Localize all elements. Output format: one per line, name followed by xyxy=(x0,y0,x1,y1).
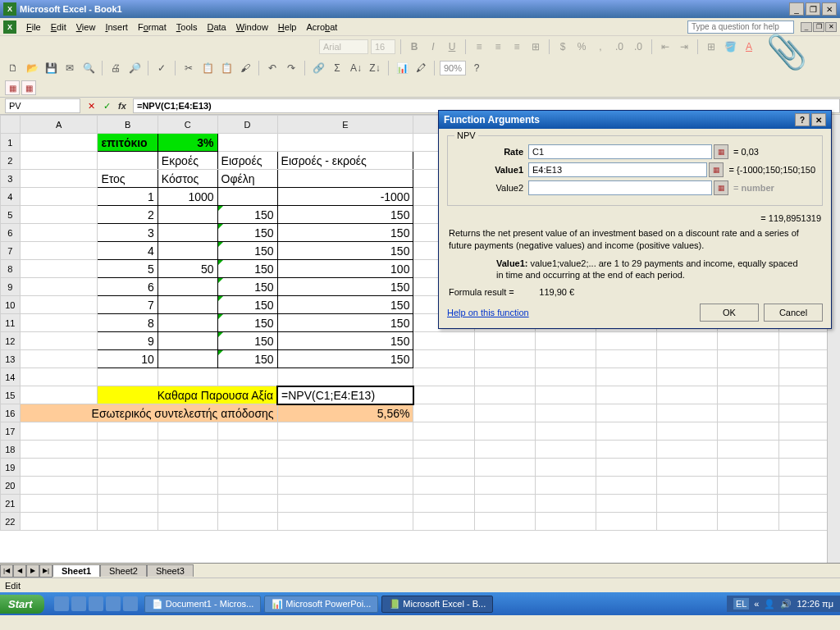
row-header[interactable]: 22 xyxy=(1,513,21,531)
help-button[interactable]: ? xyxy=(468,60,485,76)
menu-tools[interactable]: Tools xyxy=(171,21,203,34)
dialog-help-button[interactable]: ? xyxy=(795,113,810,126)
drawing-button[interactable]: 🖍 xyxy=(413,60,429,76)
mdi-close-button[interactable]: ✕ xyxy=(825,22,837,32)
new-button[interactable]: 🗋 xyxy=(5,60,21,76)
value2-input[interactable] xyxy=(528,180,712,195)
currency-button[interactable]: $ xyxy=(555,39,571,55)
row-header[interactable]: 11 xyxy=(1,314,21,332)
menu-file[interactable]: File xyxy=(21,21,46,34)
row-header[interactable]: 12 xyxy=(1,332,21,350)
percent-button[interactable]: % xyxy=(573,39,590,55)
tab-nav-first[interactable]: |◀ xyxy=(0,564,13,578)
row-header[interactable]: 5 xyxy=(1,206,21,224)
font-combo[interactable]: Arial xyxy=(319,39,368,54)
row-header[interactable]: 17 xyxy=(1,422,21,441)
row-header[interactable]: 6 xyxy=(1,224,21,242)
cell[interactable]: επιτόκιο xyxy=(98,134,158,152)
cell[interactable] xyxy=(217,134,277,152)
row-header[interactable]: 19 xyxy=(1,459,21,477)
row-header[interactable]: 16 xyxy=(1,404,21,422)
system-tray[interactable]: EL « 👤 🔊 12:26 πμ xyxy=(727,596,840,612)
font-color-button[interactable]: A xyxy=(741,39,757,55)
cell[interactable]: -1000 xyxy=(277,188,413,206)
col-header-e[interactable]: E xyxy=(277,116,413,134)
tab-nav-next[interactable]: ▶ xyxy=(26,564,39,578)
cancel-formula-button[interactable]: ✕ xyxy=(84,98,98,113)
row-header[interactable]: 4 xyxy=(1,188,21,206)
enter-formula-button[interactable]: ✓ xyxy=(99,98,114,113)
col-header-a[interactable]: A xyxy=(20,116,98,134)
open-button[interactable]: 📂 xyxy=(24,60,40,76)
underline-button[interactable]: U xyxy=(444,39,460,55)
tab-nav-last[interactable]: ▶| xyxy=(39,564,52,578)
comma-button[interactable]: , xyxy=(592,39,609,55)
taskbar-button[interactable]: 📊 Microsoft PowerPoi... xyxy=(264,596,378,613)
menu-acrobat[interactable]: Acrobat xyxy=(301,21,342,34)
menu-view[interactable]: View xyxy=(71,21,101,34)
bold-button[interactable]: B xyxy=(406,39,422,55)
row-header[interactable]: 13 xyxy=(1,350,21,368)
sheet-tab[interactable]: Sheet1 xyxy=(52,564,100,577)
cell[interactable]: Καθαρα Παρουσα Αξία xyxy=(98,386,277,404)
row-header[interactable]: 3 xyxy=(1,170,21,188)
menu-data[interactable]: Data xyxy=(202,21,231,34)
start-button[interactable]: Start xyxy=(0,595,44,614)
cell[interactable]: 5,56% xyxy=(277,404,413,422)
taskbar-button[interactable]: 📗 Microsoft Excel - B... xyxy=(381,596,493,613)
print-button[interactable]: 🖨 xyxy=(107,60,124,76)
align-right-button[interactable]: ≡ xyxy=(509,39,525,55)
fill-color-button[interactable]: 🪣 xyxy=(722,39,738,55)
office-assistant[interactable]: 📎 xyxy=(766,33,832,82)
tray-icon[interactable]: 🔊 xyxy=(780,599,792,609)
cell[interactable] xyxy=(277,134,413,152)
pdf-email-button[interactable]: ▦ xyxy=(21,80,36,95)
quicklaunch-icon[interactable] xyxy=(71,596,86,611)
search-button[interactable]: 🔍 xyxy=(80,60,97,76)
help-link[interactable]: Help on this function xyxy=(447,308,529,317)
zoom-combo[interactable]: 90% xyxy=(440,61,466,75)
sheet-tab[interactable]: Sheet2 xyxy=(100,564,147,577)
insert-function-button[interactable]: fx xyxy=(115,98,130,113)
row-header[interactable]: 8 xyxy=(1,260,21,278)
cell[interactable]: 1000 xyxy=(158,188,217,206)
col-header-d[interactable]: D xyxy=(217,116,277,134)
ref-select-button[interactable]: ▦ xyxy=(709,162,724,177)
col-header-b[interactable]: B xyxy=(98,116,158,134)
cell[interactable]: Εισροές xyxy=(217,152,277,170)
ok-button[interactable]: OK xyxy=(700,304,759,322)
email-button[interactable]: ✉ xyxy=(62,60,78,76)
tab-nav-prev[interactable]: ◀ xyxy=(13,564,26,578)
chart-wizard-button[interactable]: 📊 xyxy=(394,60,410,76)
increase-decimal-button[interactable]: .0 xyxy=(611,39,628,55)
close-button[interactable]: ✕ xyxy=(822,2,837,16)
quicklaunch-icon[interactable] xyxy=(89,596,103,611)
cancel-button[interactable]: Cancel xyxy=(764,304,823,322)
minimize-button[interactable]: _ xyxy=(789,2,804,16)
cell[interactable]: Εσωτερικός συντελεστής απόδοσης xyxy=(20,404,277,422)
cell[interactable] xyxy=(277,170,413,188)
row-header[interactable]: 1 xyxy=(1,134,21,152)
cell[interactable] xyxy=(20,134,98,152)
row-header[interactable]: 14 xyxy=(1,368,21,386)
ref-select-button[interactable]: ▦ xyxy=(714,180,728,195)
tray-icon[interactable]: 👤 xyxy=(764,599,775,609)
cell[interactable]: Ετος xyxy=(98,170,158,188)
dialog-close-button[interactable]: ✕ xyxy=(811,113,826,126)
pdf-create-button[interactable]: ▦ xyxy=(5,80,20,95)
quicklaunch-icon[interactable] xyxy=(123,596,138,611)
rate-input[interactable] xyxy=(528,144,712,159)
cell[interactable]: 3% xyxy=(158,134,217,152)
cell[interactable]: Κόστος xyxy=(158,170,217,188)
clock[interactable]: 12:26 πμ xyxy=(797,599,833,609)
align-left-button[interactable]: ≡ xyxy=(471,39,487,55)
undo-button[interactable]: ↶ xyxy=(264,60,281,76)
cut-button[interactable]: ✂ xyxy=(180,60,197,76)
tray-icon[interactable]: « xyxy=(754,599,759,609)
merge-button[interactable]: ⊞ xyxy=(527,39,544,55)
redo-button[interactable]: ↷ xyxy=(283,60,299,76)
dialog-titlebar[interactable]: Function Arguments ? ✕ xyxy=(439,111,831,129)
borders-button[interactable]: ⊞ xyxy=(703,39,719,55)
hyperlink-button[interactable]: 🔗 xyxy=(310,60,326,76)
paste-button[interactable]: 📋 xyxy=(218,60,235,76)
